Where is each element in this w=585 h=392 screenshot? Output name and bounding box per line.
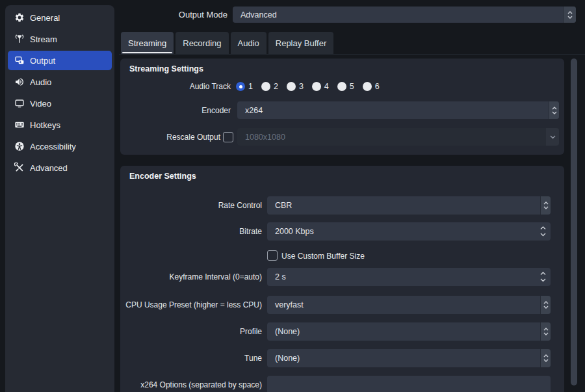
audio-track-label: Audio Track: [81, 78, 231, 96]
sidebar-label-hotkeys: Hotkeys: [30, 120, 60, 130]
combo-arrows-icon: [549, 101, 559, 119]
profile-select[interactable]: (None): [267, 322, 551, 341]
tab-recording[interactable]: Recording: [176, 32, 228, 54]
encoder-settings-card: Encoder Settings Rate Control CBR Bitrat…: [120, 166, 564, 392]
spin-down-icon[interactable]: [540, 278, 546, 282]
tune-select[interactable]: (None): [267, 349, 551, 367]
sidebar-item-output[interactable]: Output: [8, 51, 112, 70]
audio-track-4[interactable]: 4: [312, 82, 329, 91]
radio-icon: [363, 82, 372, 91]
streaming-settings-title: Streaming Settings: [129, 64, 203, 73]
x264-options-label: x264 Options (separated by space): [80, 376, 262, 392]
sidebar-item-stream[interactable]: Stream: [8, 29, 112, 49]
combo-arrows-icon: [540, 349, 551, 367]
keyboard-icon: [14, 120, 25, 130]
cpu-preset-select[interactable]: veryfast: [267, 296, 551, 314]
sidebar-item-advanced[interactable]: Advanced: [8, 158, 112, 177]
radio-icon: [236, 82, 245, 91]
sidebar-label-audio: Audio: [30, 77, 51, 87]
x264-options-input[interactable]: [267, 376, 551, 392]
tools-icon: [14, 163, 25, 173]
antenna-icon: [14, 34, 25, 44]
sidebar-label-general: General: [30, 13, 60, 23]
audio-track-6[interactable]: 6: [363, 82, 380, 91]
streaming-settings-card: Streaming Settings Audio Track 1 2 3 4 5…: [120, 59, 564, 155]
speaker-icon: [14, 77, 25, 87]
custom-buffer-label: Use Custom Buffer Size: [281, 252, 365, 261]
audio-track-5[interactable]: 5: [337, 82, 354, 91]
encoder-settings-title: Encoder Settings: [129, 172, 196, 181]
sidebar-label-output: Output: [30, 56, 55, 66]
profile-label: Profile: [80, 322, 262, 340]
custom-buffer-checkbox[interactable]: [267, 250, 278, 261]
output-mode-select[interactable]: Advanced: [233, 7, 576, 23]
rescale-resolution-select[interactable]: 1080x1080: [237, 128, 559, 146]
output-mode-label: Output Mode: [121, 7, 228, 23]
radio-icon: [337, 82, 346, 91]
rescale-output-label: Rescale Output: [81, 128, 220, 146]
rate-control-label: Rate Control: [80, 196, 262, 214]
output-tabs: Streaming Recording Audio Replay Buffer: [121, 32, 333, 54]
scrollbar-thumb[interactable]: [571, 59, 577, 385]
cpu-preset-label: CPU Usage Preset (higher = less CPU): [80, 296, 262, 313]
bitrate-label: Bitrate: [80, 222, 262, 240]
rate-control-select[interactable]: CBR: [267, 196, 551, 215]
sidebar-label-accessibility: Accessibility: [30, 142, 76, 151]
monitor-icon: [14, 98, 25, 109]
keyframe-interval-spinbox[interactable]: 2 s: [267, 268, 551, 286]
combo-arrows-icon: [540, 322, 551, 341]
dropdown-arrow-icon: [546, 128, 559, 146]
accessibility-icon: [14, 141, 25, 151]
tabbar-divider: [119, 54, 585, 55]
bitrate-spinbox[interactable]: 2000 Kbps: [267, 222, 551, 241]
audio-track-2[interactable]: 2: [261, 82, 278, 91]
output-icon: [14, 55, 25, 66]
rescale-output-checkbox[interactable]: [223, 132, 233, 142]
tab-audio[interactable]: Audio: [231, 32, 266, 54]
encoder-select[interactable]: x264: [237, 101, 559, 119]
tab-streaming[interactable]: Streaming: [121, 32, 174, 54]
audio-track-3[interactable]: 3: [287, 82, 304, 91]
sidebar-label-stream: Stream: [30, 34, 57, 44]
radio-icon: [287, 82, 296, 91]
audio-track-radios: 1 2 3 4 5 6: [236, 82, 388, 91]
encoder-label: Encoder: [81, 101, 231, 119]
tab-replay-buffer[interactable]: Replay Buffer: [268, 32, 334, 54]
sidebar-label-advanced: Advanced: [30, 163, 68, 173]
gear-icon: [14, 12, 25, 23]
sidebar-item-general[interactable]: General: [8, 8, 112, 27]
spin-up-icon[interactable]: [540, 226, 546, 230]
radio-icon: [312, 82, 321, 91]
radio-icon: [261, 82, 270, 91]
combo-arrows-icon: [540, 196, 551, 215]
output-mode-value: Advanced: [240, 7, 277, 23]
keyframe-interval-label: Keyframe Interval (0=auto): [80, 268, 262, 285]
combo-arrows-icon: [540, 296, 551, 314]
spin-up-icon[interactable]: [540, 272, 546, 276]
audio-track-1[interactable]: 1: [236, 82, 253, 91]
sidebar-label-video: Video: [30, 99, 51, 109]
combo-arrows-icon: [563, 7, 576, 23]
tune-label: Tune: [80, 349, 262, 367]
spin-down-icon[interactable]: [540, 233, 546, 237]
